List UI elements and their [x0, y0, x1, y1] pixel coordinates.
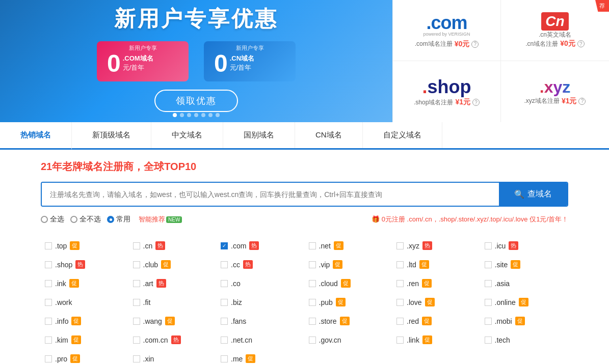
domain-checkbox[interactable] [133, 280, 140, 287]
domain-checkbox[interactable] [396, 299, 404, 306]
shop-logo: .shop [422, 76, 471, 98]
new-badge: NEW [166, 216, 182, 223]
dot-3[interactable] [187, 113, 191, 117]
domain-item: .info促 [41, 312, 129, 330]
domain-card-shop[interactable]: .shop .shop域名注册 ¥1元 ? [393, 61, 501, 122]
banner-cards: 新用户专享 0 .COM域名 元/首年 新用户专享 0 .CN域名 元/首年 [97, 41, 296, 81]
domain-card-com[interactable]: .com powered by VERISIGN .com域名注册 ¥0元 ? [393, 0, 501, 61]
domain-name: .asia [495, 279, 510, 288]
get-promo-button[interactable]: 领取优惠 [154, 90, 238, 112]
shop-help-icon[interactable]: ? [472, 99, 480, 106]
domain-checkbox[interactable] [485, 261, 492, 268]
radio-none[interactable]: 全不选 [70, 215, 101, 224]
domain-tag: 促 [519, 298, 528, 306]
domain-checkbox[interactable] [45, 337, 52, 344]
search-button[interactable]: 🔍 查域名 [499, 183, 567, 206]
cn-promo-badge: 荐 [595, 0, 609, 12]
domain-checkbox[interactable] [485, 337, 492, 344]
domain-checkbox[interactable] [309, 261, 316, 268]
dot-7[interactable] [216, 113, 220, 117]
domain-item: .xyz热 [392, 236, 481, 255]
domain-checkbox[interactable] [221, 355, 228, 362]
domain-checkbox[interactable] [396, 318, 404, 325]
domain-name: .com [231, 242, 246, 250]
domain-tag: 促 [71, 335, 81, 344]
domain-checkbox[interactable] [133, 355, 140, 362]
domain-checkbox[interactable] [309, 280, 316, 287]
domain-item: .co [217, 274, 305, 293]
tab-custom-domains[interactable]: 自定义域名 [363, 122, 442, 148]
domain-checkbox[interactable] [133, 242, 140, 249]
domain-item: .me促 [217, 349, 305, 364]
domain-item: .icu热 [481, 236, 569, 255]
domain-item: .link促 [392, 330, 481, 349]
domain-checkbox[interactable] [45, 299, 52, 306]
domain-tag: 促 [165, 317, 175, 325]
domain-checkbox[interactable] [133, 318, 140, 325]
domain-checkbox[interactable] [485, 242, 492, 249]
tab-new-tld[interactable]: 新顶级域名 [72, 122, 151, 148]
domain-checkbox[interactable] [221, 318, 228, 325]
domain-name: .cn [143, 242, 153, 250]
domain-checkbox[interactable] [133, 337, 140, 344]
dot-5[interactable] [201, 113, 205, 117]
domain-checkbox[interactable] [45, 355, 52, 362]
domain-checkbox[interactable] [396, 280, 404, 287]
domain-item: .shop热 [41, 255, 129, 274]
domain-checkbox[interactable] [309, 299, 316, 306]
tabs-section: 热销域名 新顶级域名 中文域名 国别域名 CN域名 自定义域名 [0, 122, 609, 150]
radio-common[interactable]: 常用 [107, 215, 130, 224]
domain-checkbox[interactable] [221, 299, 228, 306]
dot-1[interactable] [173, 113, 177, 117]
domain-checkbox[interactable] [221, 280, 228, 287]
tab-country-domains[interactable]: 国别域名 [223, 122, 295, 148]
domain-name: .red [407, 317, 419, 325]
domain-checkbox[interactable] [396, 242, 404, 249]
domain-checkbox[interactable] [485, 318, 492, 325]
com-help-icon[interactable]: ? [471, 41, 479, 48]
domain-item: .work [41, 293, 129, 312]
domain-checkbox[interactable] [485, 299, 492, 306]
search-input[interactable] [42, 183, 499, 206]
domain-name: .ltd [407, 261, 416, 269]
domain-checkbox[interactable] [396, 261, 404, 268]
domain-card-cn[interactable]: 荐 Cn .cn英文域名 .cn域名注册 ¥0元 ? [501, 0, 609, 61]
smart-recommend[interactable]: 智能推荐 NEW [139, 215, 182, 224]
cn-help-icon[interactable]: ? [577, 40, 585, 47]
search-button-label: 查域名 [527, 189, 552, 200]
domain-checkbox[interactable] [45, 261, 52, 268]
domain-checkbox[interactable] [309, 242, 316, 249]
banner-card2-zero: 0 [214, 49, 228, 77]
dot-2[interactable] [180, 113, 184, 117]
tab-chinese-domains[interactable]: 中文域名 [151, 122, 223, 148]
domain-card-xyz[interactable]: .xyz .xyz域名注册 ¥1元 ? [501, 61, 609, 122]
radio-all[interactable]: 全选 [41, 215, 64, 224]
domain-item: .wang促 [129, 312, 217, 330]
domain-checkbox[interactable] [45, 318, 52, 325]
dot-4[interactable] [194, 113, 198, 117]
com-price: ¥0元 [455, 40, 470, 49]
domain-checkbox[interactable] [485, 280, 492, 287]
domain-checkbox[interactable] [396, 337, 404, 344]
domain-checkbox[interactable] [221, 261, 228, 268]
domain-name: .gov.cn [319, 336, 341, 344]
dot-6[interactable] [208, 113, 213, 117]
xyz-help-icon[interactable]: ? [578, 98, 586, 105]
domain-checkbox[interactable] [133, 261, 140, 268]
domain-name: .tech [495, 336, 510, 344]
domain-checkbox[interactable] [221, 337, 228, 344]
radio-common-label: 常用 [116, 215, 130, 224]
domain-tag: 促 [70, 354, 80, 363]
domain-checkbox[interactable] [133, 299, 140, 306]
domain-tag: 促 [341, 279, 351, 288]
domain-name: .store [319, 317, 337, 325]
tab-cn-domains[interactable]: CN域名 [295, 122, 363, 148]
domain-checkbox[interactable] [45, 280, 52, 287]
domain-checkbox[interactable] [309, 318, 316, 325]
tab-hot-domains[interactable]: 热销域名 [0, 122, 72, 150]
domain-checkbox[interactable]: ✓ [221, 242, 228, 249]
domain-item: .vip促 [305, 255, 393, 274]
domain-checkbox[interactable] [45, 242, 52, 249]
domain-checkbox[interactable] [309, 337, 316, 344]
banner-section: 新用户专享优惠 新用户专享 0 .COM域名 元/首年 新用户专享 0 .CN域… [0, 0, 609, 122]
